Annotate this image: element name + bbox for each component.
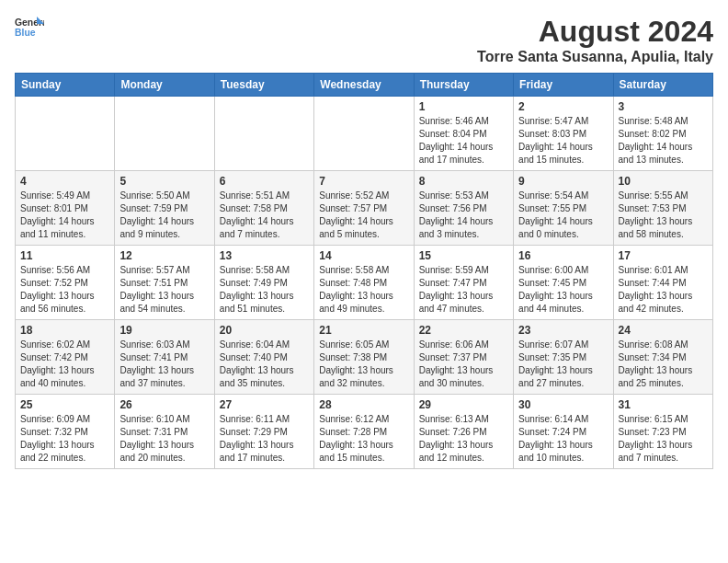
- day-number: 9: [518, 175, 608, 188]
- day-number: 21: [319, 324, 408, 337]
- day-info: Sunrise: 5:49 AM Sunset: 8:01 PM Dayligh…: [20, 190, 109, 241]
- logo-icon: General Blue: [15, 15, 44, 40]
- day-info: Sunrise: 5:55 AM Sunset: 7:53 PM Dayligh…: [619, 190, 708, 241]
- day-info: Sunrise: 6:05 AM Sunset: 7:38 PM Dayligh…: [319, 339, 408, 390]
- day-info: Sunrise: 5:57 AM Sunset: 7:51 PM Dayligh…: [119, 264, 209, 316]
- page-header: General Blue August 2024 Torre Santa Sus…: [15, 15, 713, 65]
- calendar-cell: 24Sunrise: 6:08 AM Sunset: 7:34 PM Dayli…: [613, 320, 712, 395]
- weekday-header-tuesday: Tuesday: [214, 74, 313, 97]
- calendar-cell: 15Sunrise: 5:59 AM Sunset: 7:47 PM Dayli…: [414, 246, 513, 320]
- calendar-week-row: 18Sunrise: 6:02 AM Sunset: 7:42 PM Dayli…: [16, 320, 713, 395]
- calendar-cell: 16Sunrise: 6:00 AM Sunset: 7:45 PM Dayli…: [514, 246, 613, 320]
- calendar-week-row: 4Sunrise: 5:49 AM Sunset: 8:01 PM Daylig…: [16, 171, 713, 246]
- day-number: 30: [518, 398, 608, 411]
- calendar-cell: 17Sunrise: 6:01 AM Sunset: 7:44 PM Dayli…: [613, 246, 712, 320]
- calendar-week-row: 25Sunrise: 6:09 AM Sunset: 7:32 PM Dayli…: [16, 395, 713, 469]
- weekday-header-sunday: Sunday: [16, 74, 115, 97]
- day-number: 19: [119, 324, 209, 337]
- calendar-cell: 25Sunrise: 6:09 AM Sunset: 7:32 PM Dayli…: [16, 395, 115, 469]
- day-info: Sunrise: 5:58 AM Sunset: 7:48 PM Dayligh…: [319, 264, 408, 316]
- calendar-cell: 30Sunrise: 6:14 AM Sunset: 7:24 PM Dayli…: [514, 395, 613, 469]
- calendar-cell: 13Sunrise: 5:58 AM Sunset: 7:49 PM Dayli…: [214, 246, 313, 320]
- calendar-cell: 6Sunrise: 5:51 AM Sunset: 7:58 PM Daylig…: [214, 171, 313, 246]
- weekday-header-friday: Friday: [514, 74, 613, 97]
- day-info: Sunrise: 6:08 AM Sunset: 7:34 PM Dayligh…: [619, 339, 708, 390]
- calendar-cell: 11Sunrise: 5:56 AM Sunset: 7:52 PM Dayli…: [16, 246, 115, 320]
- calendar-cell: [115, 97, 214, 171]
- page-title: August 2024: [477, 15, 713, 49]
- day-info: Sunrise: 5:52 AM Sunset: 7:57 PM Dayligh…: [319, 190, 408, 241]
- weekday-header-row: SundayMondayTuesdayWednesdayThursdayFrid…: [16, 74, 713, 97]
- calendar-cell: 5Sunrise: 5:50 AM Sunset: 7:59 PM Daylig…: [115, 171, 214, 246]
- calendar-cell: 10Sunrise: 5:55 AM Sunset: 7:53 PM Dayli…: [613, 171, 712, 246]
- day-number: 11: [20, 249, 109, 262]
- calendar-cell: 22Sunrise: 6:06 AM Sunset: 7:37 PM Dayli…: [414, 320, 513, 395]
- weekday-header-wednesday: Wednesday: [314, 74, 414, 97]
- calendar-cell: 9Sunrise: 5:54 AM Sunset: 7:55 PM Daylig…: [514, 171, 613, 246]
- day-info: Sunrise: 5:46 AM Sunset: 8:04 PM Dayligh…: [419, 115, 508, 167]
- calendar-cell: 7Sunrise: 5:52 AM Sunset: 7:57 PM Daylig…: [314, 171, 414, 246]
- day-info: Sunrise: 6:12 AM Sunset: 7:28 PM Dayligh…: [319, 413, 408, 465]
- day-info: Sunrise: 5:53 AM Sunset: 7:56 PM Dayligh…: [419, 190, 508, 241]
- calendar-cell: 8Sunrise: 5:53 AM Sunset: 7:56 PM Daylig…: [414, 171, 513, 246]
- calendar-cell: 2Sunrise: 5:47 AM Sunset: 8:03 PM Daylig…: [514, 97, 613, 171]
- calendar-table: SundayMondayTuesdayWednesdayThursdayFrid…: [15, 73, 713, 469]
- day-number: 25: [20, 398, 109, 411]
- day-number: 15: [419, 249, 508, 262]
- day-number: 2: [518, 100, 608, 113]
- calendar-week-row: 1Sunrise: 5:46 AM Sunset: 8:04 PM Daylig…: [16, 97, 713, 171]
- day-number: 1: [419, 100, 508, 113]
- day-number: 27: [220, 398, 309, 411]
- calendar-cell: 18Sunrise: 6:02 AM Sunset: 7:42 PM Dayli…: [16, 320, 115, 395]
- calendar-cell: [314, 97, 414, 171]
- day-info: Sunrise: 6:00 AM Sunset: 7:45 PM Dayligh…: [518, 264, 608, 316]
- day-info: Sunrise: 5:59 AM Sunset: 7:47 PM Dayligh…: [419, 264, 508, 316]
- calendar-cell: [16, 97, 115, 171]
- day-number: 20: [220, 324, 309, 337]
- calendar-cell: 4Sunrise: 5:49 AM Sunset: 8:01 PM Daylig…: [16, 171, 115, 246]
- calendar-week-row: 11Sunrise: 5:56 AM Sunset: 7:52 PM Dayli…: [16, 246, 713, 320]
- logo: General Blue: [15, 15, 44, 40]
- day-info: Sunrise: 5:51 AM Sunset: 7:58 PM Dayligh…: [220, 190, 309, 241]
- weekday-header-saturday: Saturday: [613, 74, 712, 97]
- calendar-cell: 3Sunrise: 5:48 AM Sunset: 8:02 PM Daylig…: [613, 97, 712, 171]
- day-info: Sunrise: 5:56 AM Sunset: 7:52 PM Dayligh…: [20, 264, 109, 316]
- day-number: 8: [419, 175, 508, 188]
- day-info: Sunrise: 6:10 AM Sunset: 7:31 PM Dayligh…: [119, 413, 209, 465]
- day-info: Sunrise: 6:07 AM Sunset: 7:35 PM Dayligh…: [518, 339, 608, 390]
- weekday-header-thursday: Thursday: [414, 74, 513, 97]
- day-number: 4: [20, 175, 109, 188]
- day-info: Sunrise: 6:03 AM Sunset: 7:41 PM Dayligh…: [119, 339, 209, 390]
- day-number: 3: [619, 100, 708, 113]
- day-number: 14: [319, 249, 408, 262]
- calendar-cell: 19Sunrise: 6:03 AM Sunset: 7:41 PM Dayli…: [115, 320, 214, 395]
- calendar-cell: 12Sunrise: 5:57 AM Sunset: 7:51 PM Dayli…: [115, 246, 214, 320]
- day-number: 17: [619, 249, 708, 262]
- day-number: 16: [518, 249, 608, 262]
- day-number: 31: [619, 398, 708, 411]
- calendar-cell: [214, 97, 313, 171]
- day-number: 28: [319, 398, 408, 411]
- day-info: Sunrise: 6:14 AM Sunset: 7:24 PM Dayligh…: [518, 413, 608, 465]
- day-number: 12: [119, 249, 209, 262]
- day-number: 24: [619, 324, 708, 337]
- day-number: 6: [220, 175, 309, 188]
- day-info: Sunrise: 6:15 AM Sunset: 7:23 PM Dayligh…: [619, 413, 708, 465]
- calendar-cell: 23Sunrise: 6:07 AM Sunset: 7:35 PM Dayli…: [514, 320, 613, 395]
- day-info: Sunrise: 6:13 AM Sunset: 7:26 PM Dayligh…: [419, 413, 508, 465]
- day-info: Sunrise: 5:50 AM Sunset: 7:59 PM Dayligh…: [119, 190, 209, 241]
- day-number: 5: [119, 175, 209, 188]
- day-number: 7: [319, 175, 408, 188]
- day-info: Sunrise: 5:58 AM Sunset: 7:49 PM Dayligh…: [220, 264, 309, 316]
- day-info: Sunrise: 6:04 AM Sunset: 7:40 PM Dayligh…: [220, 339, 309, 390]
- day-info: Sunrise: 6:09 AM Sunset: 7:32 PM Dayligh…: [20, 413, 109, 465]
- day-info: Sunrise: 6:06 AM Sunset: 7:37 PM Dayligh…: [419, 339, 508, 390]
- day-number: 10: [619, 175, 708, 188]
- day-number: 26: [119, 398, 209, 411]
- day-info: Sunrise: 5:47 AM Sunset: 8:03 PM Dayligh…: [518, 115, 608, 167]
- calendar-cell: 31Sunrise: 6:15 AM Sunset: 7:23 PM Dayli…: [613, 395, 712, 469]
- calendar-cell: 29Sunrise: 6:13 AM Sunset: 7:26 PM Dayli…: [414, 395, 513, 469]
- svg-text:Blue: Blue: [15, 28, 36, 38]
- day-number: 18: [20, 324, 109, 337]
- day-number: 22: [419, 324, 508, 337]
